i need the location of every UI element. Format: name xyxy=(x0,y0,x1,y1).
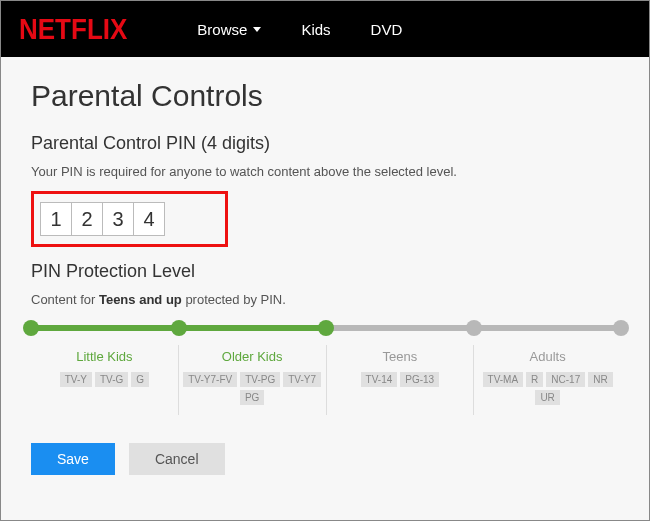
level-slider[interactable] xyxy=(31,325,621,331)
level-legend: Little Kids TV-Y TV-G G Older Kids TV-Y7… xyxy=(31,345,621,415)
level-section-heading: PIN Protection Level xyxy=(31,261,619,282)
rating-tag: TV-Y xyxy=(60,372,92,387)
chevron-down-icon xyxy=(253,27,261,32)
pin-input-row xyxy=(40,202,165,236)
rating-tag: TV-14 xyxy=(361,372,398,387)
level-tags: TV-14 PG-13 xyxy=(331,372,470,387)
page-title: Parental Controls xyxy=(31,79,619,113)
protection-text: Content for Teens and up protected by PI… xyxy=(31,292,619,307)
nav-browse-label: Browse xyxy=(197,21,247,38)
level-adults: Adults TV-MA R NC-17 NR UR xyxy=(474,345,621,415)
protection-suffix: protected by PIN. xyxy=(182,292,286,307)
netflix-logo[interactable]: NETFLIX xyxy=(19,12,127,46)
level-teens: Teens TV-14 PG-13 xyxy=(327,345,475,415)
button-row: Save Cancel xyxy=(31,443,619,475)
rating-tag: TV-MA xyxy=(483,372,524,387)
level-tags: TV-Y TV-G G xyxy=(35,372,174,387)
level-little-kids: Little Kids TV-Y TV-G G xyxy=(31,345,179,415)
pin-digit-2[interactable] xyxy=(71,202,103,236)
level-label: Teens xyxy=(331,349,470,364)
slider-stop-3[interactable] xyxy=(318,320,334,336)
pin-section-heading: Parental Control PIN (4 digits) xyxy=(31,133,619,154)
rating-tag: R xyxy=(526,372,543,387)
level-label: Adults xyxy=(478,349,617,364)
main-content: Parental Controls Parental Control PIN (… xyxy=(1,57,649,521)
rating-tag: PG-13 xyxy=(400,372,439,387)
header: NETFLIX Browse Kids DVD xyxy=(1,1,649,57)
rating-tag: NC-17 xyxy=(546,372,585,387)
nav: Browse Kids DVD xyxy=(197,21,402,38)
level-tags: TV-MA R NC-17 NR UR xyxy=(478,372,617,405)
cancel-button[interactable]: Cancel xyxy=(129,443,225,475)
nav-dvd[interactable]: DVD xyxy=(371,21,403,38)
rating-tag: TV-Y7 xyxy=(283,372,321,387)
pin-highlight-box xyxy=(31,191,228,247)
level-older-kids: Older Kids TV-Y7-FV TV-PG TV-Y7 PG xyxy=(179,345,327,415)
rating-tag: UR xyxy=(535,390,559,405)
rating-tag: TV-PG xyxy=(240,372,280,387)
rating-tag: G xyxy=(131,372,149,387)
slider-stop-5[interactable] xyxy=(613,320,629,336)
slider-stop-2[interactable] xyxy=(171,320,187,336)
nav-kids[interactable]: Kids xyxy=(301,21,330,38)
level-tags: TV-Y7-FV TV-PG TV-Y7 PG xyxy=(183,372,322,405)
protection-level: Teens and up xyxy=(99,292,182,307)
slider-track xyxy=(31,325,621,331)
rating-tag: PG xyxy=(240,390,264,405)
pin-digit-1[interactable] xyxy=(40,202,72,236)
rating-tag: TV-G xyxy=(95,372,128,387)
nav-browse[interactable]: Browse xyxy=(197,21,261,38)
slider-stop-4[interactable] xyxy=(466,320,482,336)
rating-tag: NR xyxy=(588,372,612,387)
pin-help-text: Your PIN is required for anyone to watch… xyxy=(31,164,619,179)
level-label: Older Kids xyxy=(183,349,322,364)
save-button[interactable]: Save xyxy=(31,443,115,475)
slider-stop-1[interactable] xyxy=(23,320,39,336)
pin-digit-4[interactable] xyxy=(133,202,165,236)
rating-tag: TV-Y7-FV xyxy=(183,372,237,387)
level-label: Little Kids xyxy=(35,349,174,364)
pin-digit-3[interactable] xyxy=(102,202,134,236)
protection-prefix: Content for xyxy=(31,292,99,307)
